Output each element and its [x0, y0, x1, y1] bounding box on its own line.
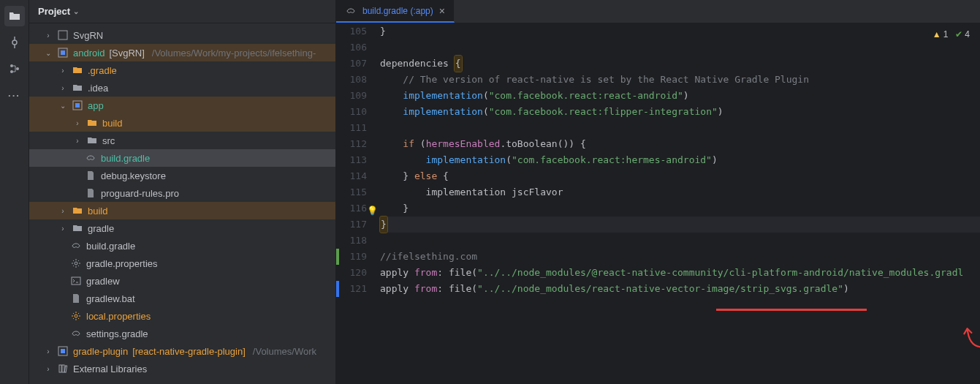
code-content[interactable]: } dependencies { // The version of react…	[380, 23, 980, 384]
tree-label: External Libraries	[73, 364, 147, 374]
module-icon	[72, 99, 83, 111]
code-editor[interactable]: 105 106 107 108 109 110 111 112 113 114 …	[336, 23, 980, 384]
structure-tool-button[interactable]	[4, 59, 25, 79]
tree-label: src	[102, 135, 115, 146]
tree-label: build.gradle	[101, 153, 150, 164]
tree-item-gradle-dir[interactable]: › .gradle	[29, 61, 335, 79]
project-panel: Project ⌄ › SvgRN ⌄ android [SvgRN] /Vol…	[29, 0, 336, 384]
folder-icon	[72, 222, 83, 234]
svg-rect-17	[62, 365, 64, 372]
svg-rect-8	[61, 50, 65, 55]
tree-item-build2[interactable]: › build	[29, 202, 335, 219]
svg-point-13	[75, 315, 77, 317]
line-number: 110	[336, 104, 367, 120]
line-number: 105	[336, 23, 367, 39]
more-tools-button[interactable]: ···	[4, 85, 25, 105]
annotation-underline	[716, 309, 867, 311]
tree-item-build-gradle-root[interactable]: build.gradle	[29, 237, 335, 255]
gradle-file-icon	[70, 328, 82, 339]
tree-item-settings-gradle[interactable]: settings.gradle	[29, 325, 335, 342]
tree-item-build[interactable]: › build	[29, 114, 335, 132]
chevron-down-icon: ⌄	[73, 7, 79, 15]
module-icon	[57, 47, 69, 59]
tree-item-src[interactable]: › src	[29, 132, 335, 149]
tree-label: build.gradle	[86, 241, 135, 252]
svg-rect-12	[72, 277, 80, 285]
tree-item-external-libraries[interactable]: › External Libraries	[29, 360, 335, 377]
line-number: 121	[336, 281, 367, 297]
folder-icon	[9, 10, 20, 22]
tree-label: build	[88, 206, 107, 217]
intention-bulb-icon[interactable]: 💡	[367, 203, 378, 219]
folder-icon	[86, 135, 98, 146]
chevron-right-icon: ›	[44, 365, 53, 373]
commit-tool-button[interactable]	[4, 32, 25, 53]
tree-item-gradle-plugin[interactable]: › gradle-plugin [react-native-gradle-plu…	[29, 342, 335, 360]
editor-tabbar: build.gradle (:app) ×	[336, 0, 980, 23]
line-number: 112	[336, 136, 367, 152]
project-tree[interactable]: › SvgRN ⌄ android [SvgRN] /Volumes/Work/…	[29, 23, 335, 384]
structure-icon	[9, 63, 20, 75]
project-tool-button[interactable]	[4, 6, 25, 26]
tree-item-gradlew[interactable]: gradlew	[29, 272, 335, 290]
chevron-right-icon: ›	[58, 207, 67, 215]
tree-label: settings.gradle	[86, 328, 148, 339]
chevron-down-icon: ⌄	[58, 102, 67, 110]
editor-tab-build-gradle[interactable]: build.gradle (:app) ×	[336, 0, 455, 23]
chevron-right-icon: ›	[58, 84, 67, 92]
line-number: 120	[336, 265, 367, 281]
file-icon	[85, 187, 96, 199]
commit-icon	[9, 37, 20, 48]
tree-label: .gradle	[88, 65, 117, 76]
svg-rect-16	[59, 365, 61, 372]
gear-icon	[70, 310, 82, 322]
folder-icon	[72, 205, 83, 217]
tree-context: [SvgRN]	[109, 48, 144, 59]
tree-item-gradle2[interactable]: › gradle	[29, 219, 335, 237]
tree-label: .idea	[88, 83, 108, 94]
tree-item-svgrn[interactable]: › SvgRN	[29, 26, 335, 44]
file-icon	[70, 293, 82, 304]
tree-item-android[interactable]: ⌄ android [SvgRN] /Volumes/Work/my-proje…	[29, 44, 335, 61]
line-number: 117	[336, 217, 367, 233]
svg-point-3	[10, 64, 13, 67]
svg-rect-10	[75, 103, 80, 108]
line-number: 107	[336, 56, 367, 72]
close-tab-button[interactable]: ×	[439, 5, 445, 17]
line-number: 115	[336, 184, 367, 200]
module-icon	[57, 29, 69, 41]
annotation: Add this	[961, 318, 980, 355]
line-number: 113	[336, 152, 367, 168]
tree-item-local-props[interactable]: local.properties	[29, 307, 335, 325]
svg-rect-15	[61, 349, 65, 353]
tree-label: app	[88, 100, 104, 111]
folder-icon	[86, 117, 98, 129]
tree-label: proguard-rules.pro	[101, 188, 179, 199]
more-icon: ···	[8, 90, 20, 101]
tree-item-build-gradle-app[interactable]: build.gradle	[29, 149, 335, 167]
svg-rect-6	[58, 31, 67, 39]
tree-label: SvgRN	[73, 30, 103, 41]
tree-item-debug-keystore[interactable]: debug.keystore	[29, 167, 335, 184]
line-number: 106	[336, 39, 367, 56]
line-number: 118	[336, 233, 367, 249]
svg-point-4	[10, 70, 13, 73]
line-number: 116	[336, 200, 367, 217]
line-number: 119	[336, 249, 367, 265]
tree-item-idea-dir[interactable]: › .idea	[29, 79, 335, 97]
folder-icon	[72, 82, 83, 94]
tree-label: gradle.properties	[86, 258, 158, 269]
module-icon	[57, 345, 69, 357]
tree-item-app[interactable]: ⌄ app	[29, 97, 335, 114]
project-panel-header[interactable]: Project ⌄	[29, 0, 335, 23]
tree-item-gradlew-bat[interactable]: gradlew.bat	[29, 290, 335, 307]
chevron-down-icon: ⌄	[44, 49, 53, 57]
tree-label: build	[102, 118, 122, 129]
tree-item-proguard[interactable]: proguard-rules.pro	[29, 184, 335, 202]
line-number: 111	[336, 120, 367, 136]
tree-item-gradle-props[interactable]: gradle.properties	[29, 255, 335, 272]
gear-icon	[70, 257, 82, 269]
tree-label: gradlew	[86, 276, 120, 287]
arrow-icon	[961, 318, 980, 355]
gradle-file-icon	[70, 240, 82, 252]
